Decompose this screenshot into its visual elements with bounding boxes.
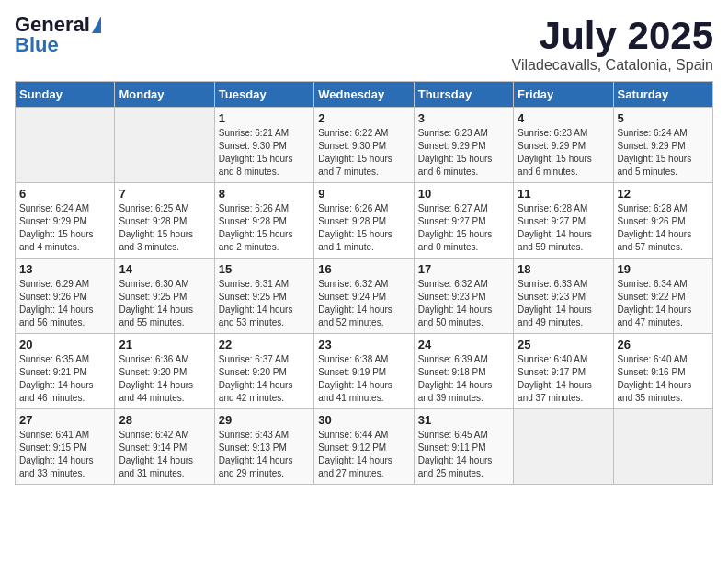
calendar-day-cell: 13Sunrise: 6:29 AMSunset: 9:26 PMDayligh… [16,259,115,334]
day-info: Sunrise: 6:35 AMSunset: 9:21 PMDaylight:… [19,353,110,405]
day-number: 15 [219,262,310,276]
calendar-week-row: 6Sunrise: 6:24 AMSunset: 9:29 PMDaylight… [16,183,713,259]
day-number: 27 [19,413,110,427]
day-info: Sunrise: 6:26 AMSunset: 9:28 PMDaylight:… [318,202,409,254]
calendar-day-cell: 19Sunrise: 6:34 AMSunset: 9:22 PMDayligh… [613,259,712,334]
calendar-day-cell [16,108,115,183]
day-number: 8 [219,187,310,201]
calendar-day-cell: 26Sunrise: 6:40 AMSunset: 9:16 PMDayligh… [613,334,712,409]
calendar-day-cell: 30Sunrise: 6:44 AMSunset: 9:12 PMDayligh… [314,409,414,485]
logo-blue-text: Blue [15,35,59,55]
calendar-day-cell: 3Sunrise: 6:23 AMSunset: 9:29 PMDaylight… [414,108,513,183]
logo: General Blue [15,15,101,55]
calendar-day-cell: 8Sunrise: 6:26 AMSunset: 9:28 PMDaylight… [214,183,313,259]
calendar-day-cell: 23Sunrise: 6:38 AMSunset: 9:19 PMDayligh… [314,334,414,409]
day-info: Sunrise: 6:23 AMSunset: 9:29 PMDaylight:… [518,127,609,178]
calendar-day-cell: 31Sunrise: 6:45 AMSunset: 9:11 PMDayligh… [414,409,513,485]
day-info: Sunrise: 6:37 AMSunset: 9:20 PMDaylight:… [219,353,310,405]
calendar-day-cell: 25Sunrise: 6:40 AMSunset: 9:17 PMDayligh… [514,334,613,409]
day-info: Sunrise: 6:29 AMSunset: 9:26 PMDaylight:… [19,278,110,329]
calendar-week-row: 20Sunrise: 6:35 AMSunset: 9:21 PMDayligh… [16,334,713,409]
day-number: 25 [518,338,609,351]
day-number: 2 [318,111,409,125]
day-info: Sunrise: 6:23 AMSunset: 9:29 PMDaylight:… [418,127,509,178]
day-of-week-header: Friday [514,82,613,108]
calendar-day-cell: 5Sunrise: 6:24 AMSunset: 9:29 PMDaylight… [613,108,712,183]
logo-general-text: General [15,15,90,35]
calendar-day-cell: 2Sunrise: 6:22 AMSunset: 9:30 PMDaylight… [314,108,414,183]
calendar-day-cell [613,409,712,485]
calendar-day-cell: 6Sunrise: 6:24 AMSunset: 9:29 PMDaylight… [16,183,115,259]
calendar-day-cell: 12Sunrise: 6:28 AMSunset: 9:26 PMDayligh… [613,183,712,259]
day-number: 9 [318,187,409,201]
calendar-day-cell: 27Sunrise: 6:41 AMSunset: 9:15 PMDayligh… [16,409,115,485]
day-info: Sunrise: 6:30 AMSunset: 9:25 PMDaylight:… [119,278,210,329]
day-number: 29 [219,413,310,427]
day-of-week-header: Thursday [414,82,513,108]
day-info: Sunrise: 6:43 AMSunset: 9:13 PMDaylight:… [219,429,310,480]
day-info: Sunrise: 6:24 AMSunset: 9:29 PMDaylight:… [19,202,110,254]
day-of-week-header: Wednesday [314,82,414,108]
day-number: 13 [19,262,110,276]
day-number: 6 [19,187,110,201]
title-block: July 2025 Viladecavalls, Catalonia, Spai… [512,15,713,74]
calendar-day-cell: 9Sunrise: 6:26 AMSunset: 9:28 PMDaylight… [314,183,414,259]
day-of-week-header: Sunday [16,82,115,108]
calendar-day-cell: 20Sunrise: 6:35 AMSunset: 9:21 PMDayligh… [16,334,115,409]
calendar-day-cell: 14Sunrise: 6:30 AMSunset: 9:25 PMDayligh… [115,259,214,334]
calendar-day-cell: 21Sunrise: 6:36 AMSunset: 9:20 PMDayligh… [115,334,214,409]
day-info: Sunrise: 6:22 AMSunset: 9:30 PMDaylight:… [318,127,409,178]
day-number: 21 [119,338,210,351]
day-of-week-header: Monday [115,82,214,108]
day-info: Sunrise: 6:39 AMSunset: 9:18 PMDaylight:… [418,353,509,405]
day-number: 23 [318,338,409,351]
day-of-week-header: Tuesday [214,82,313,108]
day-info: Sunrise: 6:31 AMSunset: 9:25 PMDaylight:… [219,278,310,329]
day-number: 31 [418,413,509,427]
day-number: 20 [19,338,110,351]
calendar-week-row: 27Sunrise: 6:41 AMSunset: 9:15 PMDayligh… [16,409,713,485]
day-number: 16 [318,262,409,276]
day-info: Sunrise: 6:42 AMSunset: 9:14 PMDaylight:… [119,429,210,480]
day-info: Sunrise: 6:36 AMSunset: 9:20 PMDaylight:… [119,353,210,405]
calendar-day-cell: 18Sunrise: 6:33 AMSunset: 9:23 PMDayligh… [514,259,613,334]
calendar-day-cell: 1Sunrise: 6:21 AMSunset: 9:30 PMDaylight… [214,108,313,183]
calendar-table: SundayMondayTuesdayWednesdayThursdayFrid… [15,81,713,485]
logo-triangle-icon [92,17,101,33]
day-number: 18 [518,262,609,276]
day-number: 11 [518,187,609,201]
day-info: Sunrise: 6:32 AMSunset: 9:23 PMDaylight:… [418,278,509,329]
page-header: General Blue July 2025 Viladecavalls, Ca… [15,15,713,74]
day-info: Sunrise: 6:28 AMSunset: 9:26 PMDaylight:… [618,202,709,254]
day-number: 7 [119,187,210,201]
day-number: 24 [418,338,509,351]
calendar-week-row: 1Sunrise: 6:21 AMSunset: 9:30 PMDaylight… [16,108,713,183]
calendar-day-cell: 24Sunrise: 6:39 AMSunset: 9:18 PMDayligh… [414,334,513,409]
day-number: 14 [119,262,210,276]
day-info: Sunrise: 6:26 AMSunset: 9:28 PMDaylight:… [219,202,310,254]
calendar-day-cell: 16Sunrise: 6:32 AMSunset: 9:24 PMDayligh… [314,259,414,334]
day-number: 5 [618,111,709,125]
day-info: Sunrise: 6:38 AMSunset: 9:19 PMDaylight:… [318,353,409,405]
calendar-day-cell: 29Sunrise: 6:43 AMSunset: 9:13 PMDayligh… [214,409,313,485]
day-info: Sunrise: 6:40 AMSunset: 9:16 PMDaylight:… [618,353,709,405]
location-subtitle: Viladecavalls, Catalonia, Spain [512,57,713,74]
calendar-day-cell: 15Sunrise: 6:31 AMSunset: 9:25 PMDayligh… [214,259,313,334]
calendar-day-cell: 17Sunrise: 6:32 AMSunset: 9:23 PMDayligh… [414,259,513,334]
day-number: 4 [518,111,609,125]
day-info: Sunrise: 6:41 AMSunset: 9:15 PMDaylight:… [19,429,110,480]
day-info: Sunrise: 6:25 AMSunset: 9:28 PMDaylight:… [119,202,210,254]
day-number: 28 [119,413,210,427]
day-info: Sunrise: 6:24 AMSunset: 9:29 PMDaylight:… [618,127,709,178]
day-number: 17 [418,262,509,276]
day-info: Sunrise: 6:28 AMSunset: 9:27 PMDaylight:… [518,202,609,254]
calendar-day-cell: 11Sunrise: 6:28 AMSunset: 9:27 PMDayligh… [514,183,613,259]
day-number: 1 [219,111,310,125]
day-number: 30 [318,413,409,427]
day-number: 22 [219,338,310,351]
day-info: Sunrise: 6:34 AMSunset: 9:22 PMDaylight:… [618,278,709,329]
day-number: 12 [618,187,709,201]
calendar-day-cell: 22Sunrise: 6:37 AMSunset: 9:20 PMDayligh… [214,334,313,409]
calendar-day-cell: 7Sunrise: 6:25 AMSunset: 9:28 PMDaylight… [115,183,214,259]
calendar-day-cell: 10Sunrise: 6:27 AMSunset: 9:27 PMDayligh… [414,183,513,259]
